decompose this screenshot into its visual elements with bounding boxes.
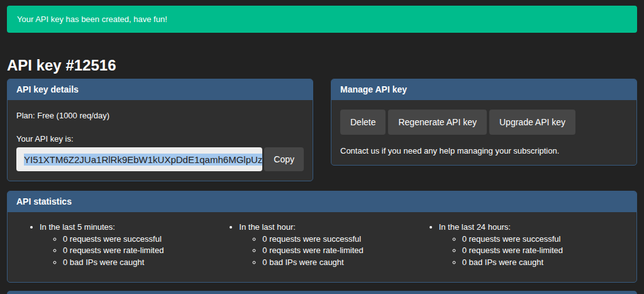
api-key-label: Your API key is: xyxy=(16,134,304,144)
regenerate-api-key-button[interactable]: Regenerate API key xyxy=(388,110,487,135)
stats-period-label: In the last 24 hours: xyxy=(439,222,511,232)
api-key-value: YI51XTM6Z2JUa1RlRk9EbW1kUXpDdE1qamh6MGlp… xyxy=(24,154,262,166)
stats-period-label: In the last 5 minutes: xyxy=(40,222,115,232)
success-alert-text: Your API key has been created, have fun! xyxy=(17,14,167,24)
stats-period: In the last hour: 0 requests were succes… xyxy=(239,222,421,268)
stats-sublist: 0 requests were successful 0 requests we… xyxy=(40,234,222,269)
stats-item: 0 requests were rate-limited xyxy=(462,245,621,257)
stats-item: 0 requests were rate-limited xyxy=(63,245,222,257)
stats-item: 0 bad IPs were caught xyxy=(262,257,421,269)
success-alert: Your API key has been created, have fun! xyxy=(7,6,637,33)
stats-period-label: In the last hour: xyxy=(239,222,296,232)
stats-period: In the last 5 minutes: 0 requests were s… xyxy=(40,222,222,268)
copy-button[interactable]: Copy xyxy=(264,147,304,171)
page-title: API key #12516 xyxy=(7,57,637,74)
stats-item: 0 bad IPs were caught xyxy=(63,257,222,269)
page: Your API key has been created, have fun!… xyxy=(0,0,644,294)
manage-buttons-row: Delete Regenerate API key Upgrade API ke… xyxy=(340,110,628,135)
subscription-help-text: Contact us if you need any help managing… xyxy=(340,146,628,155)
stats-item: 0 requests were successful xyxy=(63,234,222,246)
api-statistics-body: In the last 5 minutes: 0 requests were s… xyxy=(8,212,636,282)
api-key-details-header: API key details xyxy=(8,79,313,100)
api-key-details-card: API key details Plan: Free (1000 req/day… xyxy=(7,79,313,181)
stats-period: In the last 24 hours: 0 requests were su… xyxy=(439,222,621,268)
stats-group-24-hours: In the last 24 hours: 0 requests were su… xyxy=(422,222,621,268)
stats-item: 0 requests were successful xyxy=(462,234,621,246)
plan-text: Plan: Free (1000 req/day) xyxy=(16,111,304,120)
stats-item: 0 requests were successful xyxy=(262,234,421,246)
api-statistics-card: API statistics In the last 5 minutes: 0 … xyxy=(7,191,637,283)
manage-api-key-header: Manage API key xyxy=(331,79,636,100)
stats-item: 0 bad IPs were caught xyxy=(462,257,621,269)
api-key-details-body: Plan: Free (1000 req/day) Your API key i… xyxy=(8,100,313,181)
stats-item: 0 requests were rate-limited xyxy=(262,245,421,257)
upgrade-api-key-button[interactable]: Upgrade API key xyxy=(489,110,575,135)
api-statistics-header: API statistics xyxy=(8,191,636,212)
next-panel-header-cutoff xyxy=(7,291,637,294)
stats-group-5-minutes: In the last 5 minutes: 0 requests were s… xyxy=(23,222,222,268)
top-cards-row: API key details Plan: Free (1000 req/day… xyxy=(7,79,637,181)
api-key-input-group: YI51XTM6Z2JUa1RlRk9EbW1kUXpDdE1qamh6MGlp… xyxy=(16,147,304,171)
delete-button[interactable]: Delete xyxy=(340,110,386,135)
api-key-input[interactable]: YI51XTM6Z2JUa1RlRk9EbW1kUXpDdE1qamh6MGlp… xyxy=(16,147,262,171)
stats-group-hour: In the last hour: 0 requests were succes… xyxy=(222,222,421,268)
manage-api-key-card: Manage API key Delete Regenerate API key… xyxy=(331,79,637,166)
manage-api-key-body: Delete Regenerate API key Upgrade API ke… xyxy=(331,100,636,165)
stats-sublist: 0 requests were successful 0 requests we… xyxy=(239,234,421,269)
stats-sublist: 0 requests were successful 0 requests we… xyxy=(439,234,621,269)
